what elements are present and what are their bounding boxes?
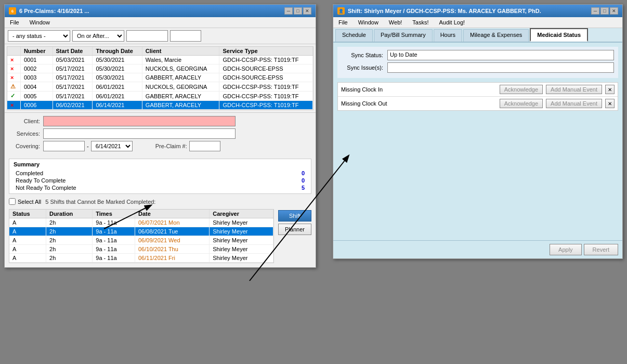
close-button[interactable]: ✕ <box>303 7 311 15</box>
services-label: Services: <box>9 131 40 137</box>
row-service-type: GDCH-CCSP-PSS: T1019:TF <box>219 92 313 101</box>
right-minimize-button[interactable]: ─ <box>591 7 599 15</box>
col-status <box>7 47 20 56</box>
minimize-button[interactable]: ─ <box>284 7 293 15</box>
client-field[interactable]: Ms. ARACELY GABBERT, PhD. <box>43 116 236 126</box>
summary-title: Summary <box>14 161 307 167</box>
acknowledge-button[interactable]: Acknowledge <box>500 85 543 94</box>
tab-medicaid-status[interactable]: Medicaid Status <box>530 28 588 42</box>
left-menu-bar: File Window <box>5 17 316 28</box>
shift-caregiver: Shirley Meyer <box>210 227 273 236</box>
apply-button[interactable]: Apply <box>550 244 582 255</box>
shift-date: 06/10/2021 Thu <box>135 245 209 254</box>
row-status-icon: ✓ <box>7 92 20 101</box>
row-client: GABBERT, ARACELY <box>142 92 219 101</box>
claims-table-row[interactable]: ⚠ 0004 05/17/2021 06/01/2021 NUCKOLS, GE… <box>7 82 313 92</box>
covering-to[interactable]: 6/14/2021 <box>91 141 133 151</box>
claims-table-row[interactable]: × 0002 05/17/2021 05/30/2021 NUCKOLS, GE… <box>7 64 313 73</box>
right-menu-bar: File Window Web! Tasks! Audit Log! <box>333 17 622 28</box>
select-all-check[interactable] <box>9 198 16 205</box>
revert-button[interactable]: Revert <box>584 244 618 255</box>
tab-schedule[interactable]: Schedule <box>335 29 373 42</box>
shift-times: 9a - 11a <box>93 245 135 254</box>
summary-row: Ready To Complete0 <box>14 177 307 184</box>
maximize-button[interactable]: □ <box>294 7 302 15</box>
row-client: Wales, Marcie <box>142 56 219 64</box>
date-input[interactable]: 4/16/2021 <box>126 30 168 42</box>
right-menu-window[interactable]: Window <box>355 18 382 27</box>
summary-row-label: Not Ready To Complete <box>16 185 76 191</box>
summary-row-value: 0 <box>302 170 305 176</box>
menu-window[interactable]: Window <box>27 18 53 27</box>
sync-status-label: Sync Status: <box>342 52 383 58</box>
shift-col-duration: Duration <box>46 210 93 218</box>
covering-from[interactable]: 6/2/2021 <box>43 141 85 151</box>
shift-table-row[interactable]: A 2h 9a - 11a 06/07/2021 Mon Shirley Mey… <box>9 218 273 227</box>
right-window-icon: 👤 <box>337 7 345 15</box>
sync-issue-row: Sync Issue(s): <box>342 62 614 73</box>
right-menu-file[interactable]: File <box>335 18 351 27</box>
acknowledge-button[interactable]: Acknowledge <box>500 99 543 108</box>
client-label: Client: <box>9 118 40 124</box>
services-row: Services: GDCH-CCSP-PSS <box>9 128 311 139</box>
right-menu-audit[interactable]: Audit Log! <box>436 18 468 27</box>
summary-row-label: Completed <box>16 170 43 176</box>
shift-col-times: Times <box>93 210 135 218</box>
issue-close-button[interactable]: ✕ <box>605 85 615 94</box>
shift-duration: 2h <box>46 218 93 227</box>
issue-close-button[interactable]: ✕ <box>605 99 615 108</box>
row-start-date: 05/17/2021 <box>53 73 93 82</box>
right-title-bar: 👤 Shift: Shirlyn Meyer / GDCH-CCSP-PSS: … <box>333 5 622 17</box>
row-number: 0001 <box>20 56 53 64</box>
row-status-icon: × <box>7 73 20 82</box>
right-close-button[interactable]: ✕ <box>610 7 618 15</box>
tab-pay-bill-summary[interactable]: Pay/Bill Summary <box>374 29 433 42</box>
select-all-checkbox[interactable]: Select All <box>9 198 41 205</box>
row-client: GABBERT, ARACELY <box>142 73 219 82</box>
sync-issue-value <box>387 62 614 73</box>
left-window-title: 6 Pre-Claims: 4/16/2021 ... <box>19 8 89 14</box>
row-number: 0006 <box>20 101 53 110</box>
summary-box: Summary Completed0Ready To Complete0Not … <box>9 159 311 194</box>
planner-button[interactable]: Planner <box>278 224 311 235</box>
shift-button[interactable]: Shift <box>278 210 311 222</box>
shift-caregiver: Shirley Meyer <box>210 236 273 245</box>
claims-table-row[interactable]: ✓ 0005 05/17/2021 06/01/2021 GABBERT, AR… <box>7 92 313 101</box>
left-window-icon: 6 <box>9 7 16 15</box>
add-manual-event-button[interactable]: Add Manual Event <box>546 85 602 94</box>
status-filter[interactable]: - any status - <box>8 30 70 42</box>
tab-mileage---expenses[interactable]: Mileage & Expenses <box>463 29 529 42</box>
row-service-type: GDCH-CCSP-PSS: T1019:TF <box>219 56 313 64</box>
shifts-table-wrap: Status Duration Times Date Caregiver A 2… <box>9 209 274 263</box>
summary-row-value: 0 <box>302 177 305 184</box>
row-through-date: 05/30/2021 <box>93 64 142 73</box>
row-through-date: 06/01/2021 <box>93 92 142 101</box>
issue-text: Missing Clock Out <box>341 100 497 107</box>
shift-table-row[interactable]: A 2h 9a - 11a 06/10/2021 Thu Shirley Mey… <box>9 245 273 254</box>
right-menu-tasks[interactable]: Tasks! <box>409 18 432 27</box>
issue-row: Missing Clock Out Acknowledge Add Manual… <box>338 97 618 110</box>
right-maximize-button[interactable]: □ <box>600 7 609 15</box>
claims-table-row[interactable]: × 0003 05/17/2021 05/30/2021 GABBERT, AR… <box>7 73 313 82</box>
shifts-info: 5 Shifts that Cannot Be Marked Completed… <box>45 199 155 205</box>
date-filter[interactable]: On or After... <box>72 30 124 42</box>
claims-table-row[interactable]: × 0001 05/03/2021 05/30/2021 Wales, Marc… <box>7 56 313 64</box>
shift-table-row[interactable]: A 2h 9a - 11a 06/08/2021 Tue Shirley Mey… <box>9 227 273 236</box>
shift-times: 9a - 11a <box>93 227 135 236</box>
add-manual-event-button[interactable]: Add Manual Event <box>546 99 602 108</box>
preclaim-field[interactable]: 0006 <box>189 141 220 151</box>
tab-hours[interactable]: Hours <box>434 29 462 42</box>
menu-file[interactable]: File <box>7 18 22 27</box>
row-service-type: GDCH-SOURCE-EPSS <box>219 73 313 82</box>
right-menu-web[interactable]: Web! <box>386 18 405 27</box>
shift-times: 9a - 11a <box>93 254 135 263</box>
row-start-date: 05/17/2021 <box>53 82 93 92</box>
extra-input[interactable] <box>170 30 201 42</box>
services-field[interactable]: GDCH-CCSP-PSS <box>43 128 236 139</box>
shift-table-row[interactable]: A 2h 9a - 11a 06/09/2021 Wed Shirley Mey… <box>9 236 273 245</box>
shift-caregiver: Shirley Meyer <box>210 254 273 263</box>
covering-dates: 6/2/2021 - 6/14/2021 Pre-Claim #: 0006 <box>43 141 220 151</box>
shift-table-row[interactable]: A 2h 9a - 11a 06/11/2021 Fri Shirley Mey… <box>9 254 273 263</box>
row-client: GABBERT, ARACELY <box>142 101 219 110</box>
claims-table-row[interactable]: × 0006 06/02/2021 06/14/2021 GABBERT, AR… <box>7 101 313 110</box>
